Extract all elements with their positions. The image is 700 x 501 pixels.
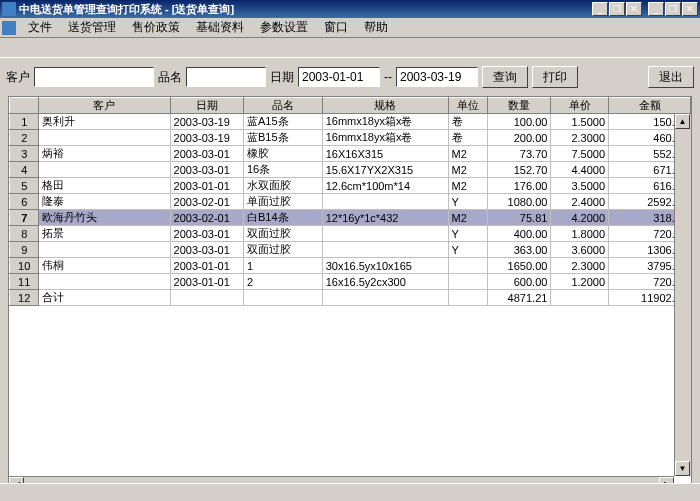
cell[interactable]: 363.00 [488,242,551,258]
date-from-input[interactable] [298,67,380,87]
cell[interactable]: 蓝B15条 [243,130,322,146]
cell[interactable]: 16X16X315 [322,146,448,162]
vertical-scrollbar[interactable]: ▲ ▼ [674,114,691,476]
cell[interactable]: 200.00 [488,130,551,146]
cell[interactable]: 2.3000 [551,130,609,146]
print-button[interactable]: 打印 [532,66,578,88]
cell[interactable]: 600.00 [488,274,551,290]
cell[interactable]: 1.5000 [551,114,609,130]
cell[interactable]: 双面过胶 [243,242,322,258]
cell[interactable] [448,274,488,290]
cell[interactable]: M2 [448,178,488,194]
customer-input[interactable] [34,67,154,87]
cell[interactable]: Y [448,226,488,242]
maximize-button[interactable]: ❐ [609,2,625,16]
cell[interactable]: 1.8000 [551,226,609,242]
column-header[interactable]: 规格 [322,98,448,114]
cell[interactable]: 双面过胶 [243,226,322,242]
cell[interactable]: 拓景 [39,226,170,242]
table-row[interactable]: 22003-03-19蓝B15条16mmx18yx箱x卷卷200.002.300… [10,130,691,146]
cell[interactable]: 2003-03-01 [170,242,243,258]
close-button[interactable]: ✕ [626,2,642,16]
cell[interactable]: 奥利升 [39,114,170,130]
cell[interactable]: 1.2000 [551,274,609,290]
cell[interactable]: 伟桐 [39,258,170,274]
cell[interactable]: 152.70 [488,162,551,178]
cell[interactable]: M2 [448,210,488,226]
cell[interactable]: 400.00 [488,226,551,242]
cell[interactable]: 16条 [243,162,322,178]
cell[interactable]: 合计 [39,290,170,306]
table-row[interactable]: 3炳裕2003-03-01橡胶16X16X315M273.707.5000552… [10,146,691,162]
column-header[interactable]: 单位 [448,98,488,114]
child-maximize-button[interactable]: ❐ [665,2,681,16]
cell[interactable]: 16mmx18yx箱x卷 [322,130,448,146]
cell[interactable]: M2 [448,162,488,178]
menu-item-0[interactable]: 文件 [20,17,60,38]
table-row[interactable]: 5格田2003-01-01水双面胶12.6cm*100m*14M2176.003… [10,178,691,194]
menu-item-2[interactable]: 售价政策 [124,17,188,38]
cell[interactable]: 2003-03-19 [170,130,243,146]
scroll-down-icon[interactable]: ▼ [675,461,690,476]
cell[interactable]: 卷 [448,114,488,130]
column-header[interactable]: 单价 [551,98,609,114]
cell[interactable]: 蓝A15条 [243,114,322,130]
cell[interactable]: 1 [243,258,322,274]
table-row[interactable]: 12合计4871.2111902.83 [10,290,691,306]
table-row[interactable]: 6隆泰2003-02-01单面过胶Y1080.002.40002592.00 [10,194,691,210]
cell[interactable] [39,130,170,146]
cell[interactable] [322,290,448,306]
menu-item-4[interactable]: 参数设置 [252,17,316,38]
menu-item-3[interactable]: 基础资料 [188,17,252,38]
cell[interactable]: 欧海丹竹头 [39,210,170,226]
table-row[interactable]: 112003-01-01216x16.5y2cx300600.001.20007… [10,274,691,290]
cell[interactable]: 2003-01-01 [170,258,243,274]
cell[interactable]: 2 [243,274,322,290]
cell[interactable]: Y [448,194,488,210]
cell[interactable] [448,258,488,274]
cell[interactable]: 73.70 [488,146,551,162]
column-header[interactable]: 客户 [39,98,170,114]
child-minimize-button[interactable]: _ [648,2,664,16]
cell[interactable]: 白B14条 [243,210,322,226]
cell[interactable]: 16mmx18yx箱x卷 [322,114,448,130]
cell[interactable]: 2003-03-01 [170,146,243,162]
cell[interactable]: 2003-02-01 [170,194,243,210]
cell[interactable] [39,162,170,178]
date-to-input[interactable] [396,67,478,87]
cell[interactable]: 100.00 [488,114,551,130]
cell[interactable]: 4.2000 [551,210,609,226]
cell[interactable]: 2003-01-01 [170,178,243,194]
cell[interactable] [39,274,170,290]
scroll-up-icon[interactable]: ▲ [675,114,690,129]
cell[interactable] [170,290,243,306]
exit-button[interactable]: 退出 [648,66,694,88]
cell[interactable]: 4871.21 [488,290,551,306]
cell[interactable] [322,226,448,242]
cell[interactable]: 2.3000 [551,258,609,274]
cell[interactable]: 隆泰 [39,194,170,210]
table-row[interactable]: 1奥利升2003-03-19蓝A15条16mmx18yx箱x卷卷100.001.… [10,114,691,130]
table-row[interactable]: 7欧海丹竹头2003-02-01白B14条12*16y*1c*432M275.8… [10,210,691,226]
cell[interactable]: 炳裕 [39,146,170,162]
row-header-corner[interactable] [10,98,39,114]
table-row[interactable]: 8拓景2003-03-01双面过胶Y400.001.8000720.00 [10,226,691,242]
column-header[interactable]: 品名 [243,98,322,114]
cell[interactable]: 2003-03-01 [170,162,243,178]
cell[interactable] [322,242,448,258]
table-row[interactable]: 92003-03-01双面过胶Y363.003.60001306.80 [10,242,691,258]
query-button[interactable]: 查询 [482,66,528,88]
cell[interactable]: 1650.00 [488,258,551,274]
cell[interactable]: 2.4000 [551,194,609,210]
cell[interactable]: 75.81 [488,210,551,226]
cell[interactable]: 12.6cm*100m*14 [322,178,448,194]
cell[interactable]: M2 [448,146,488,162]
table-row[interactable]: 42003-03-0116条15.6X17YX2X315M2152.704.40… [10,162,691,178]
cell[interactable]: 4.4000 [551,162,609,178]
cell[interactable] [322,194,448,210]
cell[interactable] [243,290,322,306]
product-input[interactable] [186,67,266,87]
cell[interactable]: 1080.00 [488,194,551,210]
menu-item-5[interactable]: 窗口 [316,17,356,38]
cell[interactable]: 176.00 [488,178,551,194]
